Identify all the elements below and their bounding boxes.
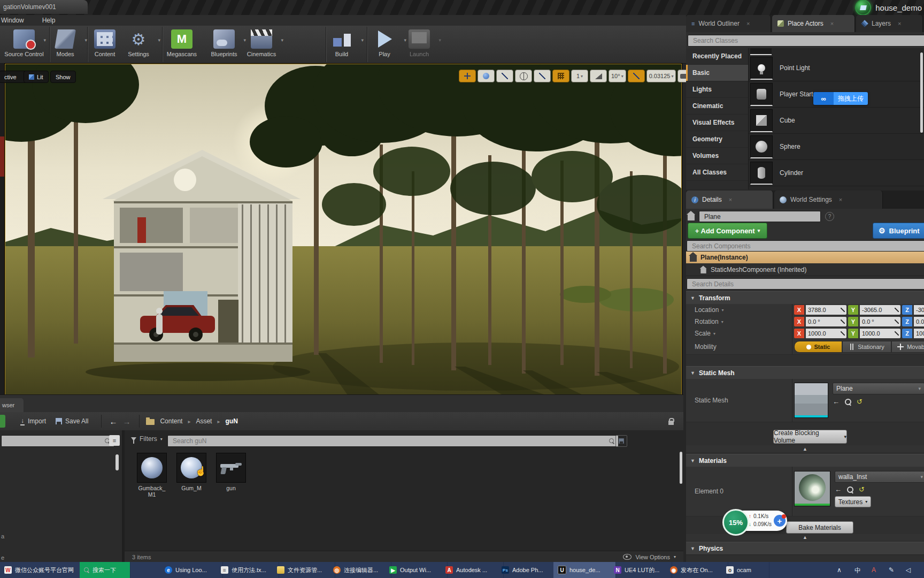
- location-z-field[interactable]: -302.0: [914, 305, 924, 315]
- view-options-button[interactable]: View Options ▾: [623, 554, 676, 560]
- static-mesh-dropdown[interactable]: Plane ▾: [833, 383, 924, 394]
- asset-search-input[interactable]: [172, 437, 609, 445]
- category-cinematic[interactable]: Cinematic: [686, 98, 748, 115]
- rotation-y-field[interactable]: 0.0 °: [860, 317, 900, 326]
- list-item-partial[interactable]: [750, 48, 772, 55]
- source-item-clipped[interactable]: e: [1, 554, 4, 561]
- taskbar-item-search[interactable]: 搜索一下: [80, 562, 130, 578]
- category-basic[interactable]: Basic: [686, 65, 748, 81]
- physics-section-header[interactable]: ▼ Physics: [686, 542, 924, 555]
- lock-icon[interactable]: [668, 421, 674, 425]
- search-classes-input[interactable]: [692, 36, 924, 45]
- level-viewport[interactable]: ctive Lit Show 1 ▾ 10° ▾: [5, 64, 682, 396]
- asset-gumback-m1[interactable]: Gumback_ M1: [136, 453, 167, 498]
- net-overlay-expand-button[interactable]: +: [774, 515, 786, 527]
- ime-mode-icon[interactable]: A: [872, 566, 876, 574]
- close-icon[interactable]: ×: [839, 196, 842, 203]
- tab-place-actors[interactable]: Place Actors ×: [772, 15, 855, 32]
- caret-down-icon[interactable]: ▾: [721, 320, 723, 324]
- asset-search-box[interactable]: [167, 435, 619, 447]
- grid-snap-toggle[interactable]: [552, 70, 569, 82]
- tab-details[interactable]: i Details ×: [686, 191, 773, 209]
- net-percent-circle[interactable]: 15%: [722, 509, 749, 536]
- create-blocking-volume-button[interactable]: Create Blocking Volume ▾: [773, 430, 847, 444]
- taskbar-item-output[interactable]: ▶ Output Wi...: [385, 562, 448, 578]
- mobility-movable-button[interactable]: Movable: [891, 341, 924, 353]
- transform-section-header[interactable]: ▼ Transform: [686, 291, 924, 305]
- source-item-clipped[interactable]: a: [1, 533, 4, 539]
- settings-button[interactable]: ⚙ ▾ Settings: [116, 28, 161, 61]
- material-dropdown[interactable]: walla_Inst ▾: [835, 471, 924, 483]
- asset-gun[interactable]: gun: [215, 453, 247, 491]
- sources-search-input[interactable]: [5, 437, 105, 445]
- rotate-tool-button[interactable]: [478, 70, 495, 82]
- breadcrumb-content[interactable]: Content: [160, 417, 182, 425]
- actor-cube[interactable]: Cube: [749, 108, 924, 134]
- search-classes-box[interactable]: [688, 35, 924, 47]
- translate-tool-button[interactable]: [459, 70, 476, 82]
- menu-window[interactable]: Window: [1, 17, 24, 24]
- source-control-button[interactable]: ▾ Source Control: [1, 28, 47, 61]
- scale-tool-button[interactable]: [496, 70, 513, 82]
- scale-snap-toggle[interactable]: [628, 70, 645, 82]
- asset-pane-scrollbar[interactable]: [680, 452, 682, 484]
- show-button[interactable]: Show: [50, 71, 76, 83]
- breadcrumb-gun[interactable]: guN: [225, 417, 237, 425]
- collapse-strip[interactable]: ▲: [686, 445, 924, 453]
- save-search-button[interactable]: [615, 435, 627, 447]
- category-lights[interactable]: Lights: [686, 81, 748, 98]
- material-thumbnail[interactable]: [794, 471, 830, 506]
- add-new-button-clipped[interactable]: [0, 415, 5, 428]
- actor-sphere[interactable]: Sphere: [749, 134, 924, 160]
- use-selected-icon[interactable]: ←: [835, 485, 842, 493]
- lit-mode-button[interactable]: Lit: [24, 71, 49, 83]
- collapse-strip[interactable]: ▲: [686, 534, 924, 542]
- sources-search-box[interactable]: [1, 435, 114, 447]
- category-volumes[interactable]: Volumes: [686, 148, 748, 164]
- pen-icon[interactable]: ✎: [889, 566, 894, 574]
- actor-name-box[interactable]: [699, 211, 821, 222]
- static-mesh-thumbnail[interactable]: [794, 383, 828, 418]
- tray-expand-icon[interactable]: ∧: [837, 566, 842, 574]
- world-local-toggle[interactable]: [515, 70, 532, 82]
- volume-icon[interactable]: ◁: [906, 566, 911, 574]
- caret-down-icon[interactable]: ▾: [438, 37, 441, 43]
- scale-y-field[interactable]: 1000.0: [860, 329, 900, 338]
- location-x-field[interactable]: 3788.0: [806, 305, 846, 315]
- taskbar-item-onenote[interactable]: N UE4 LUT的...: [610, 562, 672, 578]
- ime-language-icon[interactable]: 中: [854, 566, 861, 575]
- megascans-button[interactable]: M Megascans: [159, 28, 205, 61]
- scale-snap-value[interactable]: 0.03125 ▾: [646, 70, 676, 82]
- taskbar-item-ocam[interactable]: o ocam: [722, 562, 769, 578]
- reset-icon[interactable]: ↺: [859, 485, 865, 493]
- browse-icon[interactable]: [845, 399, 851, 405]
- taskbar-item-link-editor[interactable]: ◎ 连接编辑器...: [329, 562, 391, 578]
- blueprint-button[interactable]: ⚙ Blueprint: [873, 223, 924, 239]
- help-icon[interactable]: ?: [825, 212, 834, 221]
- search-details-input[interactable]: [691, 280, 924, 288]
- caret-down-icon[interactable]: ▾: [713, 331, 715, 336]
- grid-snap-value[interactable]: 1 ▾: [571, 70, 588, 82]
- taskbar-item-explorer[interactable]: 文件资源管...: [273, 562, 335, 578]
- category-geometry[interactable]: Geometry: [686, 131, 748, 148]
- taskbar-item-autodesk[interactable]: A Autodesk ...: [441, 562, 504, 578]
- rotation-z-field[interactable]: 0.0 °: [914, 317, 924, 326]
- materials-section-header[interactable]: ▼ Materials: [686, 454, 924, 467]
- rotation-snap-toggle[interactable]: [590, 70, 607, 82]
- mobility-stationary-button[interactable]: Stationary: [842, 341, 891, 353]
- search-components-box[interactable]: [687, 240, 924, 252]
- rotation-x-field[interactable]: 0.0 °: [806, 317, 846, 326]
- launch-button[interactable]: ▾ Launch: [396, 28, 442, 61]
- tab-world-settings[interactable]: World Settings ×: [774, 191, 883, 209]
- close-icon[interactable]: ×: [746, 20, 750, 27]
- sources-list-toggle[interactable]: ≡: [109, 435, 120, 446]
- category-visual-effects[interactable]: Visual Effects: [686, 115, 748, 131]
- actor-cylinder[interactable]: Cylinder: [749, 160, 924, 186]
- filters-button[interactable]: Filters ▾: [131, 435, 163, 443]
- taskbar-item-edge[interactable]: e Using Loo...: [160, 562, 223, 578]
- tab-layers[interactable]: Layers ×: [856, 15, 923, 32]
- cinematics-button[interactable]: ▾ Cinematics: [238, 28, 284, 61]
- actor-list-scrollbar[interactable]: [920, 52, 923, 133]
- taskbar-item-wechat[interactable]: W 微信公众账号平台官网: [0, 562, 88, 578]
- surface-snap-button[interactable]: [534, 70, 551, 82]
